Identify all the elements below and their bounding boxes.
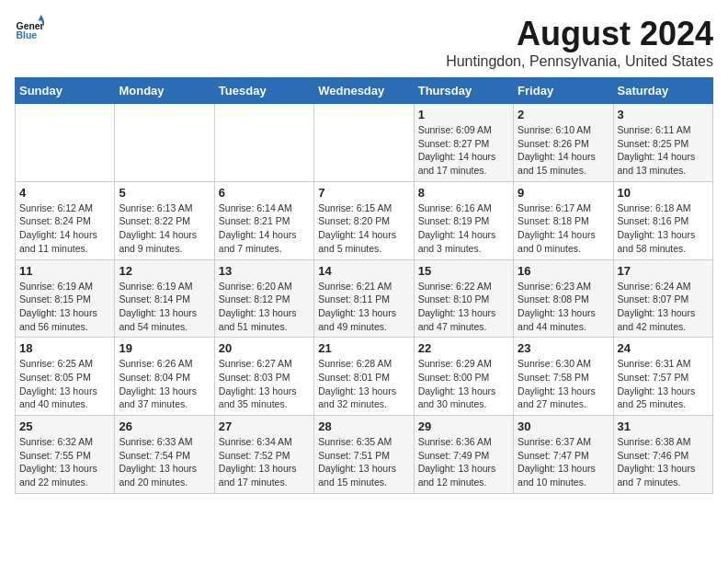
- day-number: 30: [518, 419, 609, 433]
- svg-text:General: General: [17, 21, 44, 31]
- day-number: 11: [19, 264, 110, 278]
- day-number: 27: [219, 419, 310, 433]
- weekday-header-thursday: Thursday: [414, 78, 513, 104]
- day-number: 8: [418, 186, 509, 200]
- calendar-cell: 4Sunrise: 6:12 AM Sunset: 8:24 PM Daylig…: [16, 181, 115, 259]
- day-info: Sunrise: 6:18 AM Sunset: 8:16 PM Dayligh…: [618, 201, 709, 256]
- day-number: 18: [19, 341, 110, 355]
- day-info: Sunrise: 6:27 AM Sunset: 8:03 PM Dayligh…: [219, 357, 310, 411]
- calendar-cell: 28Sunrise: 6:35 AM Sunset: 7:51 PM Dayli…: [314, 416, 414, 494]
- calendar-cell: 16Sunrise: 6:23 AM Sunset: 8:08 PM Dayli…: [514, 259, 613, 338]
- day-info: Sunrise: 6:23 AM Sunset: 8:08 PM Dayligh…: [518, 280, 609, 334]
- calendar-cell: 25Sunrise: 6:32 AM Sunset: 7:55 PM Dayli…: [16, 416, 115, 494]
- logo-icon: General Blue: [15, 15, 44, 44]
- calendar-cell: 19Sunrise: 6:26 AM Sunset: 8:04 PM Dayli…: [115, 338, 214, 416]
- day-number: 9: [518, 186, 609, 200]
- day-number: 31: [618, 419, 709, 433]
- day-info: Sunrise: 6:17 AM Sunset: 8:18 PM Dayligh…: [518, 201, 609, 256]
- calendar-cell: 11Sunrise: 6:19 AM Sunset: 8:15 PM Dayli…: [16, 259, 115, 338]
- weekday-header-monday: Monday: [115, 78, 214, 104]
- day-info: Sunrise: 6:36 AM Sunset: 7:49 PM Dayligh…: [418, 435, 509, 489]
- day-number: 22: [418, 341, 509, 355]
- day-number: 16: [518, 264, 609, 278]
- weekday-header-tuesday: Tuesday: [214, 78, 313, 104]
- calendar-cell: [314, 104, 414, 182]
- calendar-cell: 18Sunrise: 6:25 AM Sunset: 8:05 PM Dayli…: [16, 338, 115, 416]
- day-number: 24: [618, 341, 709, 355]
- calendar-cell: 30Sunrise: 6:37 AM Sunset: 7:47 PM Dayli…: [514, 416, 613, 494]
- day-info: Sunrise: 6:19 AM Sunset: 8:14 PM Dayligh…: [119, 280, 210, 334]
- day-number: 19: [119, 341, 210, 355]
- calendar-cell: [16, 104, 115, 182]
- calendar-cell: 10Sunrise: 6:18 AM Sunset: 8:16 PM Dayli…: [613, 181, 712, 259]
- day-info: Sunrise: 6:31 AM Sunset: 7:57 PM Dayligh…: [618, 357, 709, 411]
- calendar-cell: 29Sunrise: 6:36 AM Sunset: 7:49 PM Dayli…: [414, 416, 513, 494]
- main-title: August 2024: [446, 15, 713, 53]
- day-info: Sunrise: 6:14 AM Sunset: 8:21 PM Dayligh…: [219, 201, 310, 256]
- day-info: Sunrise: 6:15 AM Sunset: 8:20 PM Dayligh…: [318, 201, 409, 256]
- weekday-header-saturday: Saturday: [613, 78, 712, 104]
- day-info: Sunrise: 6:13 AM Sunset: 8:22 PM Dayligh…: [119, 201, 210, 256]
- svg-text:Blue: Blue: [17, 30, 38, 40]
- calendar-cell: 27Sunrise: 6:34 AM Sunset: 7:52 PM Dayli…: [214, 416, 313, 494]
- calendar-cell: 26Sunrise: 6:33 AM Sunset: 7:54 PM Dayli…: [115, 416, 214, 494]
- day-info: Sunrise: 6:34 AM Sunset: 7:52 PM Dayligh…: [219, 435, 310, 489]
- day-info: Sunrise: 6:10 AM Sunset: 8:26 PM Dayligh…: [518, 123, 609, 178]
- day-number: 28: [318, 419, 409, 433]
- day-number: 2: [518, 108, 609, 121]
- day-number: 13: [219, 264, 310, 278]
- calendar-cell: 23Sunrise: 6:30 AM Sunset: 7:58 PM Dayli…: [514, 338, 613, 416]
- calendar-cell: 13Sunrise: 6:20 AM Sunset: 8:12 PM Dayli…: [214, 259, 313, 338]
- calendar-week-1: 4Sunrise: 6:12 AM Sunset: 8:24 PM Daylig…: [16, 181, 713, 259]
- calendar-cell: 9Sunrise: 6:17 AM Sunset: 8:18 PM Daylig…: [514, 181, 613, 259]
- page-header: General Blue August 2024 Huntingdon, Pen…: [15, 15, 713, 70]
- day-info: Sunrise: 6:21 AM Sunset: 8:11 PM Dayligh…: [318, 280, 409, 334]
- svg-marker-2: [39, 15, 44, 20]
- day-number: 21: [318, 341, 409, 355]
- day-number: 17: [618, 264, 709, 278]
- calendar-body: 1Sunrise: 6:09 AM Sunset: 8:27 PM Daylig…: [16, 104, 713, 494]
- weekday-header-row: SundayMondayTuesdayWednesdayThursdayFrid…: [16, 78, 713, 104]
- calendar-cell: 15Sunrise: 6:22 AM Sunset: 8:10 PM Dayli…: [414, 259, 513, 338]
- day-number: 7: [318, 186, 409, 200]
- calendar-cell: 12Sunrise: 6:19 AM Sunset: 8:14 PM Dayli…: [115, 259, 214, 338]
- calendar-cell: 14Sunrise: 6:21 AM Sunset: 8:11 PM Dayli…: [314, 259, 414, 338]
- day-number: 20: [219, 341, 310, 355]
- day-number: 3: [618, 108, 709, 121]
- title-block: August 2024 Huntingdon, Pennsylvania, Un…: [446, 15, 713, 70]
- day-number: 12: [119, 264, 210, 278]
- calendar-cell: 2Sunrise: 6:10 AM Sunset: 8:26 PM Daylig…: [514, 104, 613, 182]
- day-number: 23: [518, 341, 609, 355]
- weekday-header-friday: Friday: [514, 78, 613, 104]
- day-number: 5: [119, 186, 210, 200]
- day-info: Sunrise: 6:30 AM Sunset: 7:58 PM Dayligh…: [518, 357, 609, 411]
- day-info: Sunrise: 6:22 AM Sunset: 8:10 PM Dayligh…: [418, 280, 509, 334]
- day-number: 14: [318, 264, 409, 278]
- calendar-cell: 31Sunrise: 6:38 AM Sunset: 7:46 PM Dayli…: [613, 416, 712, 494]
- calendar-cell: 24Sunrise: 6:31 AM Sunset: 7:57 PM Dayli…: [613, 338, 712, 416]
- calendar-cell: 22Sunrise: 6:29 AM Sunset: 8:00 PM Dayli…: [414, 338, 513, 416]
- day-number: 29: [418, 419, 509, 433]
- day-number: 15: [418, 264, 509, 278]
- weekday-header-wednesday: Wednesday: [314, 78, 414, 104]
- day-info: Sunrise: 6:11 AM Sunset: 8:25 PM Dayligh…: [618, 123, 709, 178]
- calendar-table: SundayMondayTuesdayWednesdayThursdayFrid…: [15, 77, 713, 494]
- day-number: 1: [418, 108, 509, 121]
- calendar-week-4: 25Sunrise: 6:32 AM Sunset: 7:55 PM Dayli…: [16, 416, 713, 494]
- day-info: Sunrise: 6:24 AM Sunset: 8:07 PM Dayligh…: [618, 280, 709, 334]
- day-info: Sunrise: 6:28 AM Sunset: 8:01 PM Dayligh…: [318, 357, 409, 411]
- day-info: Sunrise: 6:09 AM Sunset: 8:27 PM Dayligh…: [418, 123, 509, 178]
- day-info: Sunrise: 6:38 AM Sunset: 7:46 PM Dayligh…: [618, 435, 709, 489]
- subtitle: Huntingdon, Pennsylvania, United States: [446, 53, 713, 70]
- day-number: 25: [19, 419, 110, 433]
- calendar-cell: 20Sunrise: 6:27 AM Sunset: 8:03 PM Dayli…: [214, 338, 313, 416]
- calendar-week-2: 11Sunrise: 6:19 AM Sunset: 8:15 PM Dayli…: [16, 259, 713, 338]
- calendar-cell: 1Sunrise: 6:09 AM Sunset: 8:27 PM Daylig…: [414, 104, 513, 182]
- day-info: Sunrise: 6:32 AM Sunset: 7:55 PM Dayligh…: [19, 435, 110, 489]
- day-info: Sunrise: 6:12 AM Sunset: 8:24 PM Dayligh…: [19, 201, 110, 256]
- calendar-cell: 21Sunrise: 6:28 AM Sunset: 8:01 PM Dayli…: [314, 338, 414, 416]
- calendar-cell: [214, 104, 313, 182]
- calendar-cell: 5Sunrise: 6:13 AM Sunset: 8:22 PM Daylig…: [115, 181, 214, 259]
- day-info: Sunrise: 6:29 AM Sunset: 8:00 PM Dayligh…: [418, 357, 509, 411]
- day-info: Sunrise: 6:37 AM Sunset: 7:47 PM Dayligh…: [518, 435, 609, 489]
